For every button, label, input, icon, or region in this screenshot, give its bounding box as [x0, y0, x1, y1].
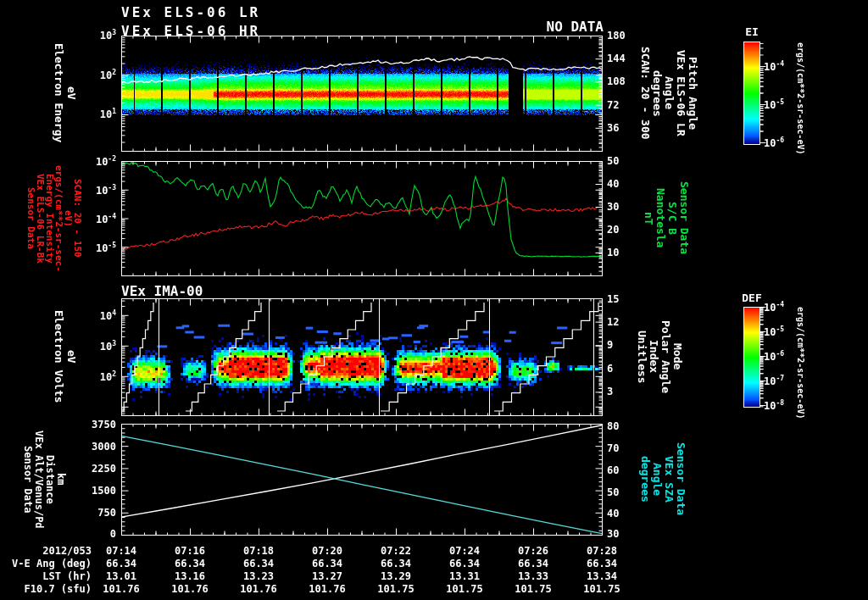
panel4-right-axis-label-line: Angle [651, 424, 663, 535]
row-label-lst: LST (hr) [0, 570, 92, 582]
date-label: 2012/053 [0, 545, 92, 557]
panel1-right-axis-label-line: Angle [663, 36, 675, 151]
panel4-left-tick: 2250 [58, 463, 116, 475]
panel4-right-tick: 50 [607, 486, 619, 498]
panel1-left-tick: 103 [58, 29, 116, 42]
time-tick-label: 07:26 [499, 545, 567, 557]
panel2-right-axis-label-line: nT [643, 161, 654, 275]
time-tick-label: 07:28 [568, 545, 636, 557]
info-row-value: 13.27 [293, 570, 361, 582]
panel4-right-tick: 60 [607, 464, 619, 476]
panel4-left-tick: 1500 [58, 485, 116, 497]
info-row-value: 13.33 [499, 570, 567, 582]
panel3-right-axis-label-line: Unitless [636, 298, 648, 415]
panel4-right-tick: 40 [607, 508, 619, 519]
info-row-value: 13.23 [225, 570, 292, 582]
panel1-title-lr: VEx ELS-06 LR [121, 4, 260, 20]
panel1-right-axis-label-line: degrees [651, 36, 663, 151]
time-tick-label: 07:22 [362, 545, 430, 557]
no-data-label: NO DATA [475, 19, 604, 35]
panel3-left-tick: 102 [58, 370, 116, 383]
panel4-left-tick: 3000 [58, 441, 116, 453]
panel4-left-tick: 3750 [58, 419, 116, 431]
panel3-right-axis-label-line: Index [648, 298, 659, 415]
panel1-left-tick: 102 [58, 69, 116, 81]
panel4-right-axis-label-line: VEx SZA [663, 424, 675, 535]
panel1-right-tick: 108 [607, 75, 626, 87]
time-tick-label: 07:16 [156, 545, 224, 557]
panel3-title: VEx IMA-00 [121, 283, 203, 299]
panel2-right-tick: 30 [607, 201, 619, 213]
info-row-value: 101.75 [362, 583, 430, 595]
colorbar1-units: ergs/(cm**2-sr-sec-eV) [795, 42, 805, 154]
panel2-right-axis-label-line: Nanotesla [654, 161, 666, 275]
panel4-right-tick: 30 [607, 528, 619, 540]
panel2-right-tick: 20 [607, 224, 619, 236]
panel1-left-axis-label: Electron Energy eV [53, 36, 78, 151]
colorbar2-tick: 10-5 [764, 325, 784, 338]
panel1-right-tick: 72 [607, 99, 619, 111]
panel1-left-tick: 101 [58, 108, 116, 120]
colorbar1-tick: 10-6 [764, 136, 784, 149]
panel3-right-tick: 3 [607, 386, 613, 397]
panel1-right-axis-label-line: Pitch Angle [687, 36, 698, 151]
colorbar2-tick: 10-7 [764, 375, 784, 387]
panel2-left-tick: 10-5 [58, 242, 116, 254]
info-row-value: 101.76 [87, 583, 155, 595]
colorbar2-tick: 10-6 [764, 350, 784, 363]
panel4-left-axis-label-line: Distance [44, 424, 55, 535]
row-label-f107: F10.7 (sfu) [0, 583, 92, 595]
info-row-value: 66.34 [293, 558, 361, 569]
panel4-right-axis-label-line: degrees [639, 424, 651, 535]
time-tick-label: 07:24 [431, 545, 498, 557]
panel4-left-axis-label-line: Sensor Data [22, 424, 33, 535]
panel3-left-tick: 103 [58, 340, 116, 353]
panel3-left-tick: 104 [58, 309, 116, 322]
panel3-right-tick: 12 [607, 316, 619, 328]
colorbar2-tick: 10-4 [764, 301, 784, 314]
panel4-left-tick: 0 [58, 528, 116, 540]
plot-window: VEx ELS-06 LR VEx ELS-06 HR NO DATA Elec… [0, 0, 868, 600]
info-row-value: 13.16 [156, 570, 224, 582]
panel3-right-tick: 9 [607, 339, 613, 351]
info-row-value: 101.75 [568, 583, 636, 595]
panel2-right-tick: 40 [607, 178, 619, 190]
panel4-right-axis-label-line: Sensor Data [675, 424, 687, 535]
panel2-left-tick: 10-4 [58, 213, 116, 225]
info-row-value: 13.01 [87, 570, 155, 582]
panel2-left-tick: 10-3 [58, 184, 116, 197]
info-row-value: 66.34 [225, 558, 292, 569]
panel2-right-axis-label-line: S/C B [666, 161, 678, 275]
panel3-right-tick: 15 [607, 293, 619, 305]
panel1-right-tick: 144 [607, 53, 626, 64]
panel4-left-tick: 750 [58, 507, 116, 519]
panel4-left-axis-label-line: VEx Alt/Venus/Pd [33, 424, 44, 535]
colorbar2-tick: 10-8 [764, 399, 784, 412]
panel1-right-axis-label: Pitch Angle VEx ELS-06 LR Angle degrees … [639, 36, 698, 151]
info-row-value: 101.75 [431, 583, 498, 595]
panel1-right-axis-label-line: SCAN: 20 - 300 [639, 36, 651, 151]
info-row-value: 66.34 [431, 558, 498, 569]
panel4-right-tick: 70 [607, 442, 619, 454]
panel4-right-tick: 80 [607, 420, 619, 432]
colorbar1-tick: 10-5 [764, 98, 784, 111]
info-row-value: 66.34 [156, 558, 224, 569]
colorbar1-tick: 10-4 [764, 60, 784, 73]
panel1-right-axis-label-line: VEx ELS-06 LR [675, 36, 687, 151]
panel3-right-tick: 6 [607, 363, 613, 375]
info-row-value: 101.75 [499, 583, 567, 595]
info-row-value: 101.76 [293, 583, 361, 595]
info-row-value: 66.34 [499, 558, 567, 569]
info-row-value: 66.34 [87, 558, 155, 569]
panel3-right-axis-label-line: Polar Angle [659, 298, 671, 415]
info-row-value: 13.31 [431, 570, 498, 582]
info-row-value: 66.34 [568, 558, 636, 569]
time-tick-label: 07:18 [225, 545, 292, 557]
panel2-right-axis-label: Sensor Data S/C B Nanotesla nT [643, 161, 690, 275]
colorbar1-title: EI [736, 25, 768, 38]
panel1-right-tick: 180 [607, 30, 626, 42]
panel2-right-axis-label-line: Sensor Data [678, 161, 690, 275]
colorbar2-units: ergs/(cm**2-sr-sec-eV) [795, 307, 805, 419]
time-tick-label: 07:14 [87, 545, 155, 557]
panel3-right-axis-label: Mode Polar Angle Index Unitless [636, 298, 683, 415]
